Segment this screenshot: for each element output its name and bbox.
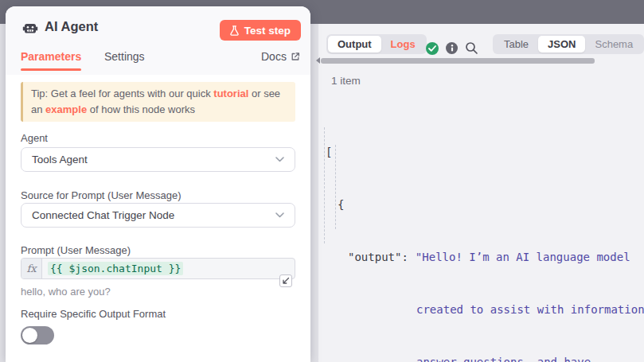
json-indent-guide: [324, 127, 325, 243]
require-format-label: Require Specific Output Format: [21, 308, 166, 320]
expression-text: {{ $json.chatInput }}: [48, 262, 183, 275]
source-select[interactable]: Connected Chat Trigger Node: [21, 203, 295, 228]
prompt-expression-field[interactable]: fx {{ $json.chatInput }}: [21, 258, 295, 279]
tip-callout: Tip: Get a feel for agents with our quic…: [21, 82, 295, 122]
node-tabs: Parameters Settings Docs: [6, 48, 310, 75]
node-settings-card: AI Agent Test step Parameters Settings D…: [6, 6, 310, 362]
node-title: AI Agent: [45, 19, 98, 34]
output-toolbar-icons: [426, 41, 478, 55]
json-line: created to assist with information: [326, 301, 644, 318]
json-line: [: [326, 143, 644, 161]
horizontal-scrollbar-thumb[interactable]: [321, 58, 595, 64]
tab-table[interactable]: Table: [494, 36, 538, 53]
app-window: Output Logs Table JSON Schema 1 item [: [0, 0, 644, 362]
json-output-view[interactable]: [ { "output":"Hello! I’m an AI language …: [326, 108, 644, 362]
flask-icon: [230, 25, 239, 36]
tab-settings[interactable]: Settings: [104, 50, 145, 63]
chevron-down-icon: [275, 212, 284, 218]
chevron-down-icon: [275, 157, 284, 162]
source-field-label: Source for Prompt (User Message): [21, 189, 181, 201]
parameters-body: Tip: Get a feel for agents with our quic…: [6, 75, 310, 362]
agent-select[interactable]: Tools Agent: [21, 147, 295, 172]
expression-preview: hello, who are you?: [21, 286, 111, 298]
items-count: 1 item: [331, 75, 361, 87]
require-format-toggle[interactable]: [21, 326, 54, 344]
prompt-field-label: Prompt (User Message): [21, 244, 131, 256]
json-line: answer questions, and have: [326, 353, 644, 362]
agent-field-label: Agent: [21, 132, 48, 144]
json-line: {: [326, 196, 644, 213]
tab-json[interactable]: JSON: [538, 36, 585, 53]
expand-expression-button[interactable]: [279, 274, 292, 287]
scrollbar-left-arrow[interactable]: [316, 57, 320, 64]
tab-parameters[interactable]: Parameters: [21, 50, 81, 63]
tab-schema[interactable]: Schema: [585, 36, 642, 53]
json-string-value: "Hello! I’m an AI language model: [416, 251, 630, 263]
toggle-knob: [22, 328, 37, 343]
tab-output[interactable]: Output: [328, 36, 381, 53]
search-icon[interactable]: [465, 41, 478, 55]
success-check-icon: [426, 42, 439, 55]
tutorial-link[interactable]: tutorial: [213, 88, 248, 99]
node-header: AI Agent Test step Parameters Settings D…: [6, 6, 310, 75]
json-line: "output":"Hello! I’m an AI language mode…: [326, 248, 644, 266]
example-link[interactable]: example: [45, 103, 87, 115]
tab-logs[interactable]: Logs: [381, 36, 425, 53]
robot-icon: [22, 20, 38, 36]
test-step-button[interactable]: Test step: [220, 20, 301, 41]
docs-link[interactable]: Docs: [261, 50, 300, 63]
output-panel: Output Logs Table JSON Schema 1 item [: [318, 24, 644, 362]
info-icon[interactable]: [446, 42, 458, 54]
json-key: "output":: [348, 251, 408, 263]
fx-badge: fx: [21, 259, 42, 278]
output-logs-tabgroup: Output Logs: [326, 34, 427, 54]
external-link-icon: [291, 52, 300, 61]
format-tabgroup: Table JSON Schema: [493, 34, 644, 54]
